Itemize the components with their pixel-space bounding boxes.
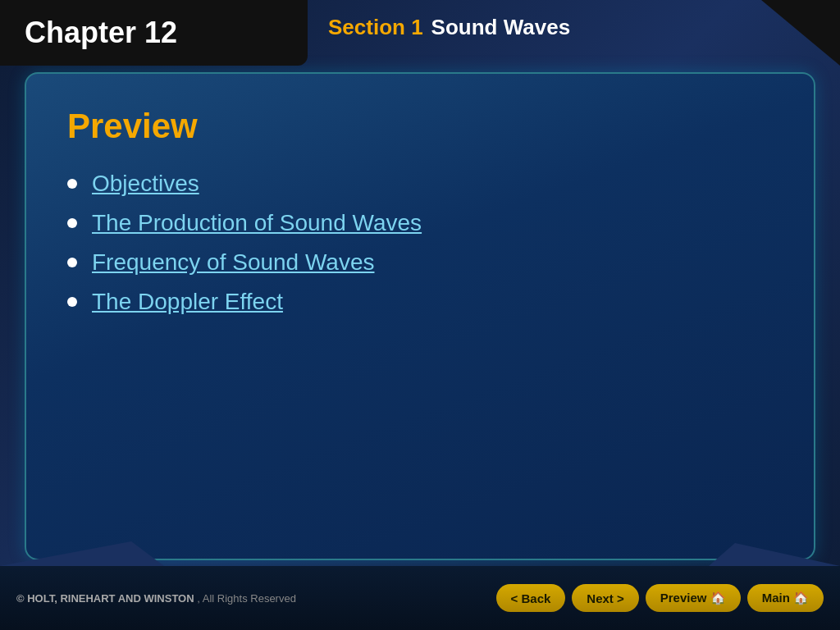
copyright: © HOLT, RINEHART AND WINSTON , All Right…	[16, 592, 296, 605]
section-label: Section 1 Sound Waves	[328, 15, 570, 40]
bullet-list: Objectives The Production of Sound Waves…	[67, 171, 773, 315]
objectives-link[interactable]: Objectives	[92, 171, 199, 197]
copyright-company: © HOLT, RINEHART AND WINSTON	[16, 592, 194, 605]
list-item: Frequency of Sound Waves	[67, 249, 773, 276]
bullet-dot	[67, 258, 77, 267]
doppler-link[interactable]: The Doppler Effect	[92, 289, 283, 315]
nav-buttons: < Back Next > Preview 🏠 Main 🏠	[496, 584, 824, 612]
next-button[interactable]: Next >	[572, 584, 638, 612]
list-item: The Production of Sound Waves	[67, 210, 773, 236]
production-link[interactable]: The Production of Sound Waves	[92, 210, 422, 236]
main-card: Preview Objectives The Production of Sou…	[25, 72, 815, 560]
chapter-title: Chapter 12	[25, 16, 177, 50]
bullet-dot	[67, 297, 77, 307]
bullet-dot	[67, 179, 77, 189]
section-title: Sound Waves	[431, 15, 571, 40]
chapter-box: Chapter 12	[0, 0, 308, 66]
section-number: Section 1	[328, 15, 423, 40]
preview-button[interactable]: Preview 🏠	[646, 584, 741, 612]
frequency-link[interactable]: Frequency of Sound Waves	[92, 249, 374, 276]
bottom-bar: © HOLT, RINEHART AND WINSTON , All Right…	[0, 566, 840, 630]
copyright-suffix: , All Rights Reserved	[197, 592, 296, 605]
bullet-dot	[67, 218, 77, 228]
list-item: The Doppler Effect	[67, 289, 773, 315]
back-button[interactable]: < Back	[496, 584, 566, 612]
list-item: Objectives	[67, 171, 773, 197]
preview-title: Preview	[67, 107, 773, 146]
main-button[interactable]: Main 🏠	[747, 584, 824, 612]
